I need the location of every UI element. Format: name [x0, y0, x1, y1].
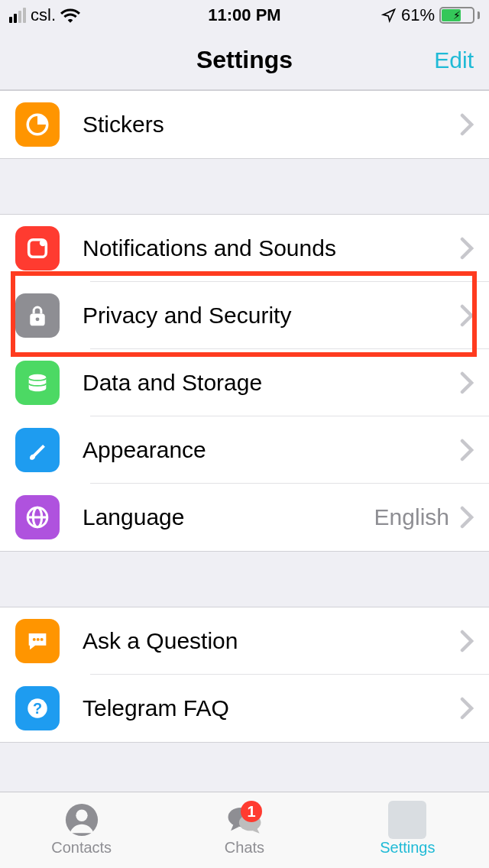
svg-point-15 — [76, 810, 87, 821]
carrier-label: csl. — [31, 5, 56, 25]
brush-icon — [15, 428, 60, 472]
chevron-right-icon — [460, 113, 474, 136]
status-right: 61% ⚡︎ — [381, 5, 480, 25]
tab-label: Contacts — [51, 839, 112, 857]
settings-group-general: Notifications and Sounds Privacy and Sec… — [0, 214, 489, 552]
svg-point-9 — [33, 638, 36, 641]
battery-percent: 61% — [401, 5, 435, 25]
row-language[interactable]: Language English — [0, 484, 489, 551]
chevron-right-icon — [460, 630, 474, 653]
row-label: Ask a Question — [83, 628, 460, 654]
row-appearance[interactable]: Appearance — [0, 416, 489, 484]
row-label: Stickers — [83, 112, 460, 138]
bell-icon — [15, 226, 60, 270]
row-label: Notifications and Sounds — [83, 235, 460, 261]
row-privacy[interactable]: Privacy and Security — [0, 282, 489, 349]
svg-point-11 — [40, 638, 44, 641]
battery-icon: ⚡︎ — [439, 7, 480, 24]
chevron-right-icon — [460, 697, 474, 720]
settings-group-stickers: Stickers — [0, 90, 489, 159]
tab-label: Settings — [380, 839, 435, 857]
chevron-right-icon — [460, 304, 474, 327]
page-title: Settings — [196, 46, 293, 74]
svg-text:?: ? — [33, 700, 42, 717]
row-label: Language — [83, 504, 374, 530]
svg-point-10 — [37, 638, 40, 641]
status-time: 11:00 PM — [208, 5, 280, 25]
row-faq[interactable]: ? Telegram FAQ — [0, 675, 489, 742]
row-stickers[interactable]: Stickers — [0, 91, 489, 158]
edit-button[interactable]: Edit — [434, 47, 474, 73]
svg-point-2 — [40, 240, 47, 247]
chats-icon: 1 — [225, 804, 264, 836]
row-value: English — [374, 504, 449, 530]
row-ask-question[interactable]: Ask a Question — [0, 607, 489, 675]
row-notifications[interactable]: Notifications and Sounds — [0, 215, 489, 282]
row-label: Appearance — [83, 437, 460, 463]
row-label: Telegram FAQ — [83, 695, 460, 721]
row-label: Privacy and Security — [83, 303, 460, 329]
svg-point-4 — [36, 317, 40, 321]
location-icon — [381, 8, 397, 23]
tab-contacts[interactable]: Contacts — [0, 792, 163, 868]
settings-thumb-icon — [388, 804, 426, 836]
chevron-right-icon — [460, 439, 474, 462]
settings-group-help: Ask a Question ? Telegram FAQ — [0, 607, 489, 743]
nav-header: Settings Edit — [0, 31, 489, 90]
status-bar: csl. 11:00 PM 61% ⚡︎ — [0, 0, 489, 31]
chat-icon — [15, 619, 60, 663]
question-icon: ? — [15, 686, 60, 730]
chevron-right-icon — [460, 371, 474, 394]
tab-label: Chats — [225, 839, 264, 857]
tab-settings[interactable]: Settings — [326, 792, 489, 868]
status-left: csl. — [9, 5, 80, 25]
stickers-icon — [15, 102, 60, 147]
lock-icon — [15, 293, 60, 338]
settings-content: Stickers Notifications and Sounds Privac… — [0, 90, 489, 792]
tab-bar: Contacts 1 Chats Settings — [0, 792, 489, 868]
row-label: Data and Storage — [83, 370, 460, 396]
wifi-icon — [60, 8, 80, 23]
person-icon — [63, 804, 101, 836]
disk-icon — [15, 361, 60, 405]
cellular-signal-icon — [9, 8, 26, 23]
row-data-storage[interactable]: Data and Storage — [0, 349, 489, 416]
chevron-right-icon — [460, 237, 474, 260]
chevron-right-icon — [460, 506, 474, 529]
chats-badge: 1 — [241, 801, 262, 822]
globe-icon — [15, 495, 60, 539]
tab-chats[interactable]: 1 Chats — [163, 792, 325, 868]
